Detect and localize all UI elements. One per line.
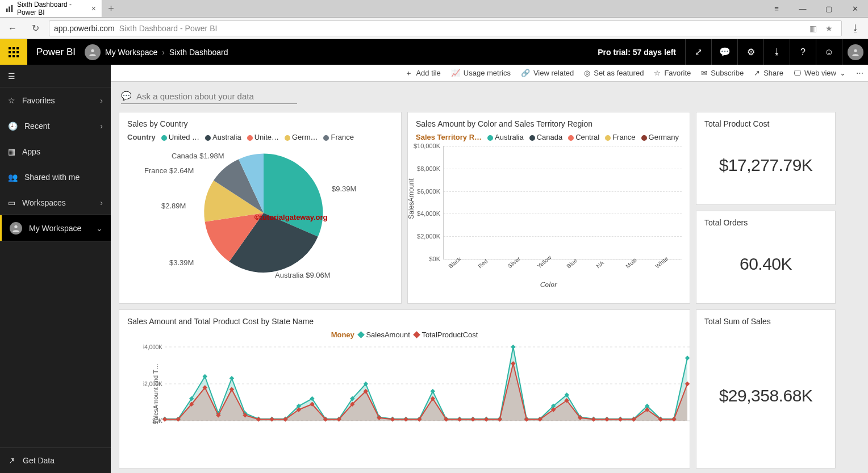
y-axis-label: SalesAmount and T… <box>152 363 159 424</box>
more-icon[interactable]: ⋯ <box>856 69 863 77</box>
kpi-title: Total Orders <box>704 218 827 227</box>
tile-total-orders[interactable]: Total Orders 60.40K <box>696 211 836 304</box>
share-person-icon: 👥 <box>8 173 18 182</box>
url-title: Sixth Dashboard - Power BI <box>119 24 218 33</box>
get-data-icon: ⭷ <box>8 456 16 465</box>
svg-point-12 <box>91 49 94 52</box>
close-icon[interactable]: × <box>91 4 96 13</box>
kpi-title: Total Product Cost <box>704 119 827 128</box>
svg-rect-47 <box>511 345 515 349</box>
svg-rect-4 <box>12 47 15 49</box>
share-button[interactable]: ↗Share <box>754 69 783 77</box>
pie-data-label: $9.39M <box>332 185 356 193</box>
sidebar-item-label: Shared with me <box>24 173 80 182</box>
svg-rect-5 <box>16 47 19 49</box>
kpi-value: 60.40K <box>740 254 792 274</box>
star-icon: ☆ <box>654 69 661 77</box>
breadcrumb-workspace[interactable]: My Workspace <box>105 48 157 57</box>
browser-tab[interactable]: Sixth Dashboard - Power BI × <box>0 0 102 17</box>
help-icon[interactable]: ? <box>790 39 816 65</box>
tile-sales-by-country[interactable]: Sales by Country Country United … Austra… <box>119 112 402 304</box>
close-window-icon[interactable]: ✕ <box>842 0 868 17</box>
browser-tab-bar: Sixth Dashboard - Power BI × + ≡ — ▢ ✕ <box>0 0 868 18</box>
url-host: app.powerbi.com <box>54 24 115 33</box>
browser-menu-icon[interactable]: ≡ <box>763 0 790 17</box>
related-icon: 🔗 <box>521 69 530 77</box>
add-tile-button[interactable]: ＋Add tile <box>405 68 440 78</box>
fullscreen-icon[interactable]: ⤢ <box>685 39 711 65</box>
sidebar-item-favorites[interactable]: ☆ Favorites › <box>0 87 111 113</box>
sidebar-item-apps[interactable]: ▦ Apps <box>0 139 111 164</box>
svg-rect-93 <box>591 417 596 421</box>
sidebar-item-label: Recent <box>24 122 49 131</box>
sidebar-item-label: Favorites <box>22 96 55 105</box>
svg-rect-0 <box>6 9 8 12</box>
breadcrumb: My Workspace › Sixth Dashboard <box>105 48 228 57</box>
set-featured-button[interactable]: ◎Set as featured <box>584 69 644 77</box>
refresh-icon[interactable]: ↻ <box>26 19 44 37</box>
svg-rect-11 <box>16 55 19 57</box>
svg-rect-24 <box>203 374 207 379</box>
chevron-right-icon: › <box>100 96 103 105</box>
chat-icon: 💬 <box>121 91 132 101</box>
chevron-down-icon: ⌄ <box>840 69 846 77</box>
address-bar[interactable]: app.powerbi.com Sixth Dashboard - Power … <box>49 20 842 36</box>
app-launcher-icon[interactable] <box>0 39 27 65</box>
pie-data-label: $3.39M <box>169 258 194 267</box>
workspaces-icon: ▭ <box>8 198 15 207</box>
chevron-right-icon: › <box>100 198 103 207</box>
tile-title: Sales by Country <box>127 119 393 128</box>
svg-rect-3 <box>9 47 11 49</box>
monitor-icon: 🖵 <box>794 69 801 77</box>
minimize-icon[interactable]: — <box>790 0 816 17</box>
tile-sales-by-state[interactable]: Sales Amount and Total Product Cost by S… <box>119 309 690 468</box>
favorite-icon[interactable]: ★ <box>821 24 837 33</box>
view-related-button[interactable]: 🔗View related <box>521 69 574 77</box>
download-icon[interactable]: ⭳ <box>763 39 790 65</box>
subscribe-button[interactable]: ✉Subscribe <box>701 69 744 77</box>
qna-input[interactable]: 💬 Ask a question about your data <box>121 89 297 104</box>
new-tab-button[interactable]: + <box>102 0 120 17</box>
svg-rect-26 <box>229 376 234 380</box>
sidebar-item-shared[interactable]: 👥 Shared with me <box>0 164 111 190</box>
favorite-button[interactable]: ☆Favorite <box>654 69 691 77</box>
window-controls: ≡ — ▢ ✕ <box>763 0 868 17</box>
kpi-value: $29,358.68K <box>719 386 813 405</box>
tile-total-sales[interactable]: Total Sum of Sales $29,358.68K <box>696 309 836 468</box>
kpi-value: $17,277.79K <box>719 156 813 175</box>
share-icon: ↗ <box>754 69 760 77</box>
line-legend: Money SalesAmount TotalProductCost <box>127 330 682 339</box>
breadcrumb-dashboard[interactable]: Sixth Dashboard <box>169 48 228 57</box>
tile-title: Sales Amount and Total Product Cost by S… <box>127 317 682 326</box>
tile-sales-by-color[interactable]: Sales Amount by Color and Sales Territor… <box>407 112 690 304</box>
person-icon <box>10 222 22 235</box>
pie-data-label: France $2.64M <box>144 166 194 175</box>
maximize-icon[interactable]: ▢ <box>816 0 842 17</box>
web-view-button[interactable]: 🖵Web view ⌄ <box>794 69 846 77</box>
notifications-icon[interactable]: 💬 <box>711 39 737 65</box>
svg-text:$4,000K: $4,000K <box>143 344 162 350</box>
download-icon[interactable]: ⭳ <box>846 19 865 37</box>
feedback-icon[interactable]: ☺ <box>816 39 842 65</box>
sidebar-item-myworkspace[interactable]: My Workspace ⌄ <box>0 215 111 241</box>
sidebar-toggle[interactable]: ☰ <box>0 65 111 87</box>
sidebar-footer-label: Get Data <box>23 456 55 465</box>
dashboard-toolbar: ＋Add tile 📈Usage metrics 🔗View related ◎… <box>111 65 868 82</box>
svg-rect-94 <box>604 417 609 421</box>
app-header: Power BI My Workspace › Sixth Dashboard … <box>0 39 868 65</box>
user-avatar[interactable] <box>842 39 868 65</box>
sidebar-item-recent[interactable]: 🕘 Recent › <box>0 113 111 139</box>
reader-icon[interactable]: ▥ <box>805 24 821 33</box>
bar-chart-icon <box>6 5 14 12</box>
tile-total-product-cost[interactable]: Total Product Cost $17,277.79K <box>696 112 836 205</box>
svg-rect-10 <box>12 55 15 57</box>
back-icon[interactable]: ← <box>3 19 22 37</box>
sidebar-get-data[interactable]: ⭷ Get Data <box>0 447 111 473</box>
usage-metrics-button[interactable]: 📈Usage metrics <box>451 69 511 77</box>
stacked-bar-chart: $0K$2,000K$4,000K$6,000K$8,000K$10,000KB… <box>443 146 682 259</box>
sidebar: ☰ ☆ Favorites › 🕘 Recent › ▦ Apps 👥 Shar… <box>0 65 111 473</box>
person-icon <box>85 44 101 60</box>
gear-icon[interactable]: ⚙ <box>737 39 763 65</box>
svg-rect-7 <box>12 51 15 53</box>
sidebar-item-workspaces[interactable]: ▭ Workspaces › <box>0 190 111 215</box>
